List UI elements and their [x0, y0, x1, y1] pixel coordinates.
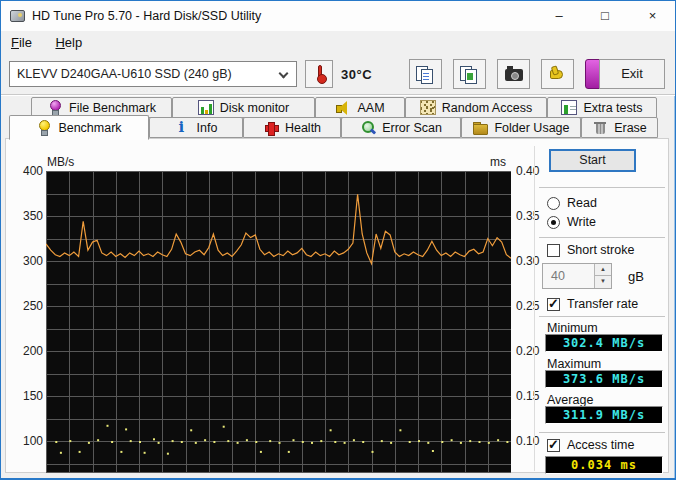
tab-label: AAM	[357, 101, 384, 115]
write-radio[interactable]	[547, 216, 560, 229]
spin-down-icon[interactable]: ▼	[594, 276, 611, 288]
access-time-dot	[488, 442, 490, 444]
access-time-dot	[195, 442, 197, 444]
separator	[539, 237, 665, 238]
hand-icon	[550, 70, 563, 79]
access-time-dot	[441, 441, 443, 443]
access-time-dot	[107, 425, 109, 427]
access-time-dot	[260, 451, 262, 453]
y-axis-right-label: ms	[490, 155, 506, 169]
separator	[539, 432, 665, 433]
bulb-yellow-icon	[36, 120, 52, 135]
access-time-dot	[144, 452, 146, 454]
start-button[interactable]: Start	[549, 149, 636, 172]
tab-benchmark[interactable]: Benchmark	[9, 115, 149, 140]
access-time-dot	[223, 426, 225, 428]
temperature-button[interactable]	[305, 60, 333, 88]
access-time-dot	[288, 451, 290, 453]
y-left-tick: 300	[3, 254, 43, 268]
tab-disk-monitor[interactable]: Disk monitor	[172, 97, 315, 118]
drive-select[interactable]: KLEVV D240GAA-U610 SSD (240 gB)	[9, 61, 297, 87]
separator	[539, 187, 665, 188]
tab-erase[interactable]: Erase	[581, 117, 658, 138]
tab-random-access[interactable]: Random Access	[405, 97, 547, 118]
spin-up-icon[interactable]: ▲	[594, 264, 611, 276]
access-time-dot	[432, 450, 434, 452]
donate-button[interactable]	[541, 59, 574, 89]
read-radio[interactable]	[547, 197, 560, 210]
trash-icon	[592, 120, 608, 135]
camera-icon	[505, 69, 523, 81]
access-time-dot	[79, 451, 81, 453]
access-time-dot	[362, 441, 364, 443]
minimize-button[interactable]: –	[536, 1, 582, 31]
toolbar: KLEVV D240GAA-U610 SSD (240 gB) 30°C ↓ E…	[1, 54, 675, 94]
tab-label: Random Access	[442, 101, 532, 115]
toolbar-separator	[1, 94, 675, 96]
access-time-dot	[311, 442, 313, 444]
capacity-unit: gB	[628, 269, 644, 284]
access-time-dot	[293, 439, 295, 441]
copy-image-button[interactable]	[453, 59, 486, 89]
capacity-stepper[interactable]: 40 ▲ ▼	[542, 263, 612, 289]
app-icon	[10, 10, 25, 22]
access-time-dot	[204, 439, 206, 441]
access-time-dot	[181, 441, 183, 443]
access-time-dot	[213, 441, 215, 443]
access-time-dot	[320, 440, 322, 442]
folder-icon	[472, 120, 488, 135]
access-time-dot	[172, 440, 174, 442]
temperature-value: 30°C	[341, 67, 372, 82]
maximum-value: 373.6 MB/s	[545, 370, 663, 388]
close-button[interactable]: ×	[629, 1, 676, 31]
access-time-dot	[69, 440, 71, 442]
magnifier-icon	[360, 120, 376, 135]
tab-health[interactable]: Health	[243, 117, 341, 138]
y-left-tick: 150	[3, 389, 43, 403]
access-time-dot	[302, 441, 304, 443]
transfer-rate-label: Transfer rate	[567, 297, 638, 311]
access-time-dot	[381, 440, 383, 442]
tab-aam[interactable]: AAM	[315, 97, 405, 118]
access-time-dot	[344, 442, 346, 444]
menu-help[interactable]: Help	[45, 31, 92, 50]
average-label: Average	[547, 393, 593, 407]
access-time-dot	[279, 442, 281, 444]
dots-square-icon	[420, 100, 436, 115]
tab-label: Health	[285, 121, 321, 135]
access-time-dot	[97, 439, 99, 441]
transfer-rate-checkbox[interactable]	[547, 298, 560, 311]
access-time-dot	[190, 429, 192, 431]
access-time-dot	[390, 442, 392, 444]
maximize-button[interactable]: □	[582, 1, 628, 31]
exit-button[interactable]: Exit	[599, 59, 665, 89]
tab-label: Folder Usage	[494, 121, 569, 135]
access-time-dot	[60, 452, 62, 454]
chart-grid-icon	[561, 100, 577, 115]
access-time-dot	[334, 441, 336, 443]
panel-divider	[534, 146, 535, 471]
tab-info[interactable]: Info	[149, 117, 243, 138]
menu-file[interactable]: File	[1, 31, 42, 50]
speaker-icon	[335, 100, 351, 115]
access-time-dot	[372, 451, 374, 453]
drive-select-value: KLEVV D240GAA-U610 SSD (240 gB)	[17, 67, 232, 81]
screenshot-button[interactable]	[497, 59, 530, 89]
access-time-dot	[246, 439, 248, 441]
access-time-dot	[88, 442, 90, 444]
access-time-checkbox[interactable]	[547, 439, 560, 452]
title-bar[interactable]: HD Tune Pro 5.70 - Hard Disk/SSD Utility…	[1, 1, 675, 31]
window-title: HD Tune Pro 5.70 - Hard Disk/SSD Utility	[32, 9, 261, 23]
tab-extra-tests[interactable]: Extra tests	[547, 97, 657, 118]
short-stroke-checkbox[interactable]	[547, 244, 560, 257]
tab-error-scan[interactable]: Error Scan	[341, 117, 461, 138]
tab-folder-usage[interactable]: Folder Usage	[461, 117, 581, 138]
access-time-dot	[139, 441, 141, 443]
access-time-dot	[479, 441, 481, 443]
write-label: Write	[567, 215, 596, 229]
tab-label: Info	[197, 121, 218, 135]
access-time-dot	[469, 440, 471, 442]
access-time-dot	[255, 441, 257, 443]
short-stroke-label: Short stroke	[567, 243, 634, 257]
copy-text-button[interactable]	[409, 59, 442, 89]
